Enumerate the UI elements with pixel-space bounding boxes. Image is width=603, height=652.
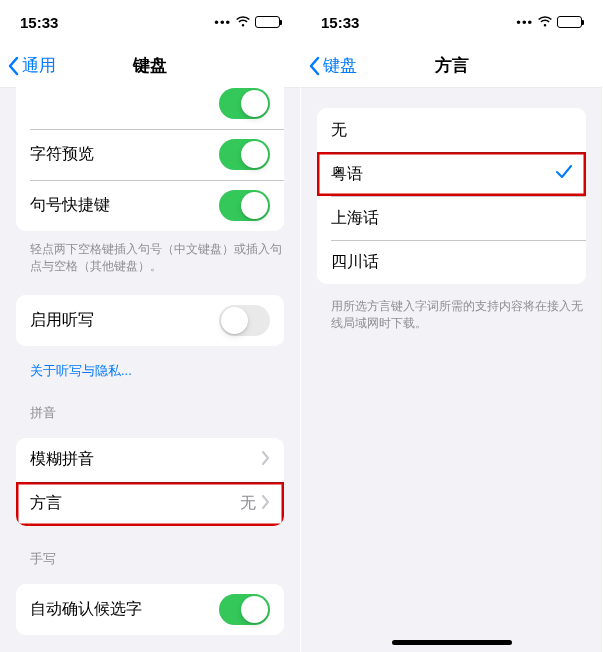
row-label: 方言 [30,493,240,514]
cellular-dots-icon: ••• [214,15,231,30]
char-preview-row[interactable]: 字符预览 [16,129,284,180]
dialect-row[interactable]: 方言 无 [16,482,284,526]
home-indicator[interactable] [392,640,512,645]
privacy-link[interactable]: 关于听写与隐私... [0,356,300,390]
status-bar: 15:33 ••• [0,0,300,44]
toggle-switch[interactable] [219,305,270,336]
option-label: 四川话 [331,252,572,273]
option-label: 粤语 [331,164,556,185]
page-title: 键盘 [133,54,167,77]
row-value: 无 [240,493,256,514]
status-icons: ••• [214,15,280,30]
back-label: 键盘 [323,54,357,77]
chevron-right-icon [262,495,270,513]
battery-icon [557,16,582,28]
status-bar: 15:33 ••• [301,0,602,44]
period-shortcut-row[interactable]: 句号快捷键 [16,180,284,231]
option-label: 无 [331,120,572,141]
dialect-option-none[interactable]: 无 [317,108,586,152]
dialect-content: 无 粤语 上海话 四川话 用所选方言键入字词所需的支持内容将在接入无线局域网时下… [301,88,602,652]
status-icons: ••• [516,15,582,30]
page-title: 方言 [435,54,469,77]
toggle-switch[interactable] [219,190,270,221]
row-label: 模糊拼音 [30,449,262,470]
cellular-dots-icon: ••• [516,15,533,30]
wifi-icon [235,16,251,28]
row-label: 句号快捷键 [30,195,219,216]
toggle-switch[interactable] [219,594,270,625]
right-phone-screen: 15:33 ••• 键盘 方言 无 粤语 上海话 四川话 [301,0,602,652]
row-label: 字符预览 [30,144,219,165]
footnote: 轻点两下空格键插入句号（中文键盘）或插入句点与空格（其他键盘）。 [0,235,300,285]
option-label: 上海话 [331,208,572,229]
row-label: 启用听写 [30,310,219,331]
battery-icon [255,16,280,28]
row-label: 自动确认候选字 [30,599,219,620]
status-time: 15:33 [20,14,58,31]
group-header-pinyin: 拼音 [0,390,300,428]
check-icon [556,165,572,183]
chevron-left-icon [8,56,20,76]
status-time: 15:33 [321,14,359,31]
fuzzy-pinyin-row[interactable]: 模糊拼音 [16,438,284,482]
back-button[interactable]: 通用 [8,54,56,77]
dialect-option-sichuanese[interactable]: 四川话 [317,240,586,284]
settings-content: 字符预览 句号快捷键 轻点两下空格键插入句号（中文键盘）或插入句点与空格（其他键… [0,78,300,652]
toggle-switch[interactable] [219,88,270,119]
group-header-english: 英语 [0,645,300,652]
dialect-option-cantonese[interactable]: 粤语 [317,152,586,196]
group-header-handwrite: 手写 [0,536,300,574]
chevron-right-icon [262,451,270,469]
left-phone-screen: 15:33 ••• 通用 键盘 字符预览 句号快捷键 [0,0,301,652]
footnote: 用所选方言键入字词所需的支持内容将在接入无线局域网时下载。 [301,292,602,342]
back-button[interactable]: 键盘 [309,54,357,77]
back-label: 通用 [22,54,56,77]
wifi-icon [537,16,553,28]
chevron-left-icon [309,56,321,76]
nav-bar: 键盘 方言 [301,44,602,88]
dictation-row[interactable]: 启用听写 [16,295,284,346]
toggle-switch[interactable] [219,139,270,170]
partial-row[interactable] [16,78,284,129]
auto-confirm-row[interactable]: 自动确认候选字 [16,584,284,635]
dialect-option-shanghainese[interactable]: 上海话 [317,196,586,240]
